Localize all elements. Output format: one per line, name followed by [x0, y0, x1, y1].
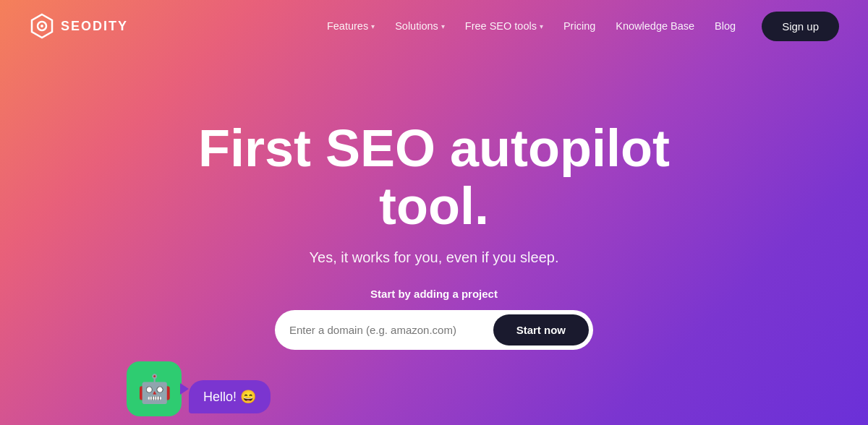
- chat-bubble: Hello! 😄: [189, 380, 271, 413]
- hero-subtitle: Yes, it works for you, even if you sleep…: [310, 249, 559, 266]
- logo-area[interactable]: SEODITY: [29, 13, 128, 39]
- chevron-down-icon: ▾: [371, 22, 375, 30]
- chat-message: Hello! 😄: [203, 389, 256, 405]
- nav-item-solutions[interactable]: Solutions ▾: [386, 14, 454, 38]
- cta-label: Start by adding a project: [370, 288, 498, 300]
- chevron-down-icon: ▾: [540, 22, 543, 30]
- bot-emoji: 🤖: [137, 375, 171, 403]
- signup-button[interactable]: Sign up: [762, 12, 839, 41]
- nav-item-free-seo-tools[interactable]: Free SEO tools ▾: [456, 14, 552, 38]
- logo-icon: [29, 13, 55, 39]
- bot-avatar: 🤖: [127, 361, 182, 416]
- nav-item-knowledge-base[interactable]: Knowledge Base: [607, 14, 703, 38]
- nav-links: Features ▾ Solutions ▾ Free SEO tools ▾ …: [318, 14, 744, 38]
- cta-row: Start now: [275, 310, 593, 350]
- chat-widget: 🤖 Hello! 😄: [127, 361, 271, 416]
- start-button[interactable]: Start now: [493, 314, 589, 345]
- svg-point-2: [41, 25, 43, 27]
- chevron-down-icon: ▾: [441, 22, 445, 30]
- navbar: SEODITY Features ▾ Solutions ▾ Free SEO …: [0, 0, 868, 52]
- domain-input[interactable]: [289, 324, 493, 336]
- nav-item-pricing[interactable]: Pricing: [555, 14, 604, 38]
- nav-item-blog[interactable]: Blog: [706, 14, 744, 38]
- hero-title: First SEO autopilot tool.: [152, 120, 716, 234]
- hero-background: SEODITY Features ▾ Solutions ▾ Free SEO …: [0, 0, 868, 425]
- nav-item-features[interactable]: Features ▾: [318, 14, 383, 38]
- logo-text: SEODITY: [61, 19, 128, 34]
